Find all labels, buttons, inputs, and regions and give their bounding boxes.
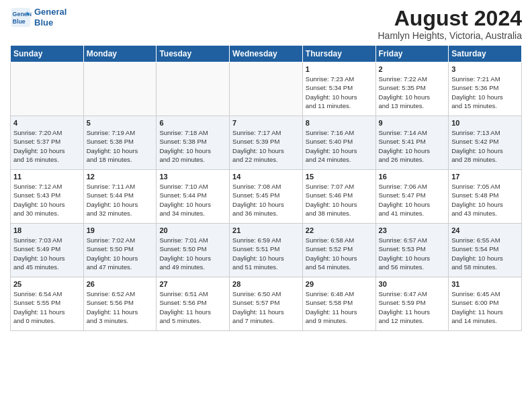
- day-number: 18: [13, 226, 81, 234]
- weekday-header-friday: Friday: [375, 46, 449, 62]
- day-info: Sunrise: 6:50 AM Sunset: 5:57 PM Dayligh…: [232, 289, 300, 325]
- week-row-5: 25Sunrise: 6:54 AM Sunset: 5:55 PM Dayli…: [11, 277, 522, 331]
- weekday-header-tuesday: Tuesday: [157, 46, 230, 62]
- calendar-cell: 11Sunrise: 7:12 AM Sunset: 5:43 PM Dayli…: [11, 170, 84, 224]
- day-info: Sunrise: 7:12 AM Sunset: 5:43 PM Dayligh…: [13, 182, 81, 218]
- day-info: Sunrise: 6:47 AM Sunset: 5:59 PM Dayligh…: [379, 289, 446, 325]
- weekday-header-row: SundayMondayTuesdayWednesdayThursdayFrid…: [11, 46, 522, 62]
- day-info: Sunrise: 7:14 AM Sunset: 5:41 PM Dayligh…: [379, 128, 446, 164]
- calendar-cell: 25Sunrise: 6:54 AM Sunset: 5:55 PM Dayli…: [11, 277, 84, 331]
- day-number: 4: [13, 119, 81, 127]
- day-number: 22: [306, 226, 373, 234]
- day-number: 15: [306, 173, 373, 181]
- calendar-cell: 29Sunrise: 6:48 AM Sunset: 5:58 PM Dayli…: [302, 277, 375, 331]
- calendar-cell: 6Sunrise: 7:18 AM Sunset: 5:38 PM Daylig…: [157, 116, 230, 170]
- day-info: Sunrise: 7:08 AM Sunset: 5:45 PM Dayligh…: [232, 182, 300, 218]
- day-info: Sunrise: 6:58 AM Sunset: 5:52 PM Dayligh…: [306, 236, 373, 271]
- calendar-table: SundayMondayTuesdayWednesdayThursdayFrid…: [10, 45, 522, 331]
- calendar-cell: 26Sunrise: 6:52 AM Sunset: 5:56 PM Dayli…: [83, 277, 157, 331]
- day-info: Sunrise: 7:16 AM Sunset: 5:40 PM Dayligh…: [306, 128, 373, 164]
- day-number: 13: [159, 173, 226, 181]
- month-year: August 2024: [378, 7, 523, 30]
- day-info: Sunrise: 6:45 AM Sunset: 6:00 PM Dayligh…: [451, 289, 519, 325]
- day-number: 17: [451, 173, 519, 181]
- day-info: Sunrise: 7:10 AM Sunset: 5:44 PM Dayligh…: [159, 182, 226, 218]
- calendar-cell: 20Sunrise: 7:01 AM Sunset: 5:50 PM Dayli…: [157, 224, 230, 277]
- day-info: Sunrise: 7:11 AM Sunset: 5:44 PM Dayligh…: [87, 182, 154, 218]
- calendar-cell: 5Sunrise: 7:19 AM Sunset: 5:38 PM Daylig…: [83, 116, 157, 170]
- calendar-cell: 16Sunrise: 7:06 AM Sunset: 5:47 PM Dayli…: [375, 170, 449, 224]
- day-info: Sunrise: 7:20 AM Sunset: 5:37 PM Dayligh…: [13, 128, 81, 164]
- calendar-cell: 9Sunrise: 7:14 AM Sunset: 5:41 PM Daylig…: [375, 116, 449, 170]
- day-info: Sunrise: 7:17 AM Sunset: 5:39 PM Dayligh…: [232, 128, 300, 164]
- day-info: Sunrise: 6:57 AM Sunset: 5:53 PM Dayligh…: [379, 236, 446, 271]
- calendar-cell: 17Sunrise: 7:05 AM Sunset: 5:48 PM Dayli…: [449, 170, 522, 224]
- day-number: 30: [379, 280, 446, 288]
- week-row-2: 4Sunrise: 7:20 AM Sunset: 5:37 PM Daylig…: [11, 116, 522, 170]
- calendar-cell: 15Sunrise: 7:07 AM Sunset: 5:46 PM Dayli…: [302, 170, 375, 224]
- day-number: 24: [451, 226, 519, 234]
- logo-text: General Blue: [34, 7, 66, 28]
- svg-text:Blue: Blue: [13, 18, 26, 25]
- day-number: 29: [306, 280, 373, 288]
- day-info: Sunrise: 7:03 AM Sunset: 5:49 PM Dayligh…: [13, 236, 81, 271]
- calendar-cell: 1Sunrise: 7:23 AM Sunset: 5:34 PM Daylig…: [302, 62, 375, 116]
- weekday-header-monday: Monday: [83, 46, 157, 62]
- day-info: Sunrise: 7:06 AM Sunset: 5:47 PM Dayligh…: [379, 182, 446, 218]
- day-number: 8: [306, 119, 373, 127]
- calendar-cell: 22Sunrise: 6:58 AM Sunset: 5:52 PM Dayli…: [302, 224, 375, 277]
- week-row-3: 11Sunrise: 7:12 AM Sunset: 5:43 PM Dayli…: [11, 170, 522, 224]
- calendar-cell: 8Sunrise: 7:16 AM Sunset: 5:40 PM Daylig…: [302, 116, 375, 170]
- calendar-cell: 31Sunrise: 6:45 AM Sunset: 6:00 PM Dayli…: [449, 277, 522, 331]
- day-number: 16: [379, 173, 446, 181]
- day-info: Sunrise: 6:59 AM Sunset: 5:51 PM Dayligh…: [232, 236, 300, 271]
- weekday-header-saturday: Saturday: [449, 46, 522, 62]
- calendar-cell: [83, 62, 157, 116]
- day-info: Sunrise: 6:55 AM Sunset: 5:54 PM Dayligh…: [451, 236, 519, 271]
- calendar-cell: 30Sunrise: 6:47 AM Sunset: 5:59 PM Dayli…: [375, 277, 449, 331]
- day-number: 26: [87, 280, 154, 288]
- day-number: 6: [159, 119, 226, 127]
- header: General Blue General Blue August 2024 Ha…: [10, 7, 522, 41]
- day-number: 19: [87, 226, 154, 234]
- day-number: 23: [379, 226, 446, 234]
- week-row-1: 1Sunrise: 7:23 AM Sunset: 5:34 PM Daylig…: [11, 62, 522, 116]
- day-number: 25: [13, 280, 81, 288]
- weekday-header-wednesday: Wednesday: [230, 46, 303, 62]
- logo: General Blue General Blue: [10, 7, 66, 28]
- calendar-cell: 18Sunrise: 7:03 AM Sunset: 5:49 PM Dayli…: [11, 224, 84, 277]
- calendar-cell: 19Sunrise: 7:02 AM Sunset: 5:50 PM Dayli…: [83, 224, 157, 277]
- calendar-cell: 3Sunrise: 7:21 AM Sunset: 5:36 PM Daylig…: [449, 62, 522, 116]
- day-info: Sunrise: 7:23 AM Sunset: 5:34 PM Dayligh…: [306, 75, 373, 110]
- location: Hamlyn Heights, Victoria, Australia: [378, 30, 523, 41]
- calendar-cell: 4Sunrise: 7:20 AM Sunset: 5:37 PM Daylig…: [11, 116, 84, 170]
- day-info: Sunrise: 6:51 AM Sunset: 5:56 PM Dayligh…: [159, 289, 226, 325]
- day-info: Sunrise: 7:13 AM Sunset: 5:42 PM Dayligh…: [451, 128, 519, 164]
- day-info: Sunrise: 7:05 AM Sunset: 5:48 PM Dayligh…: [451, 182, 519, 218]
- day-number: 5: [87, 119, 154, 127]
- calendar-cell: 14Sunrise: 7:08 AM Sunset: 5:45 PM Dayli…: [230, 170, 303, 224]
- calendar-cell: [157, 62, 230, 116]
- calendar-cell: 12Sunrise: 7:11 AM Sunset: 5:44 PM Dayli…: [83, 170, 157, 224]
- calendar-cell: 10Sunrise: 7:13 AM Sunset: 5:42 PM Dayli…: [449, 116, 522, 170]
- calendar-cell: 21Sunrise: 6:59 AM Sunset: 5:51 PM Dayli…: [230, 224, 303, 277]
- calendar-cell: 27Sunrise: 6:51 AM Sunset: 5:56 PM Dayli…: [157, 277, 230, 331]
- day-number: 2: [379, 65, 446, 73]
- day-info: Sunrise: 7:01 AM Sunset: 5:50 PM Dayligh…: [159, 236, 226, 271]
- calendar-cell: 23Sunrise: 6:57 AM Sunset: 5:53 PM Dayli…: [375, 224, 449, 277]
- day-number: 21: [232, 226, 300, 234]
- title-area: August 2024 Hamlyn Heights, Victoria, Au…: [378, 7, 523, 41]
- day-number: 1: [306, 65, 373, 73]
- day-number: 12: [87, 173, 154, 181]
- day-number: 28: [232, 280, 300, 288]
- day-info: Sunrise: 6:54 AM Sunset: 5:55 PM Dayligh…: [13, 289, 81, 325]
- day-info: Sunrise: 7:21 AM Sunset: 5:36 PM Dayligh…: [451, 75, 519, 110]
- weekday-header-thursday: Thursday: [302, 46, 375, 62]
- calendar-cell: 24Sunrise: 6:55 AM Sunset: 5:54 PM Dayli…: [449, 224, 522, 277]
- day-number: 10: [451, 119, 519, 127]
- day-number: 11: [13, 173, 81, 181]
- day-info: Sunrise: 7:07 AM Sunset: 5:46 PM Dayligh…: [306, 182, 373, 218]
- day-info: Sunrise: 7:18 AM Sunset: 5:38 PM Dayligh…: [159, 128, 226, 164]
- week-row-4: 18Sunrise: 7:03 AM Sunset: 5:49 PM Dayli…: [11, 224, 522, 277]
- day-info: Sunrise: 6:48 AM Sunset: 5:58 PM Dayligh…: [306, 289, 373, 325]
